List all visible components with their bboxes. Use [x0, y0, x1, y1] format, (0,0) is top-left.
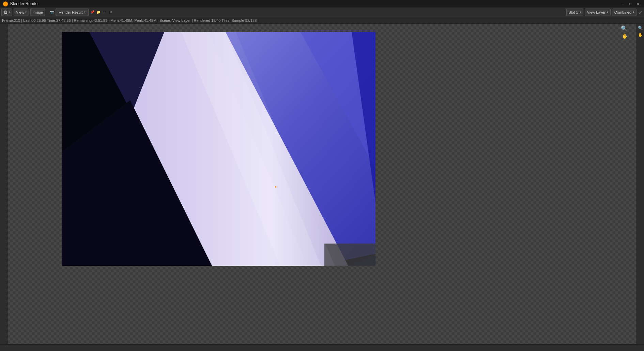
toolbar: 🖼 ▾ View ▾ Image 📷 Render Result ▾ 📌 📁 ☰… [0, 8, 644, 17]
editor-type-button[interactable]: 🖼 ▾ [1, 9, 12, 16]
left-panel [0, 24, 7, 351]
canvas-area[interactable]: 🔍 ✋ [7, 24, 637, 351]
view-chevron: ▾ [25, 11, 27, 14]
minimize-button[interactable]: ─ [619, 1, 626, 6]
render-canvas [62, 32, 375, 266]
maximize-button[interactable]: □ [627, 1, 634, 6]
titlebar: 🟠 Blender Render ─ □ ✕ [0, 0, 644, 8]
view-menu-button[interactable]: View ▾ [14, 9, 29, 16]
search-icon[interactable]: 🔍 [621, 26, 628, 31]
slot-chevron: ▾ [580, 11, 581, 14]
render-type-icon: 📷 [49, 10, 54, 15]
render-image [62, 32, 375, 266]
view-layer-label: View Layer [587, 10, 605, 14]
titlebar-title: Blender Render [10, 1, 39, 6]
view-menu-label: View [16, 10, 24, 14]
close-button[interactable]: ✕ [634, 1, 641, 6]
view-layer-chevron: ▾ [607, 11, 608, 14]
status-text: Frame:210 | Last:00:25.95 Time:37:43.56 … [2, 18, 257, 23]
toolbar-center: 📷 Render Result ▾ 📌 📁 ☰ ✕ [49, 9, 113, 16]
combined-dropdown[interactable]: Combined ▾ [612, 9, 637, 16]
right-panel: 🔍 ✋ [637, 24, 644, 351]
render-result-label: Render Result [59, 10, 82, 14]
close-render-icon[interactable]: ✕ [108, 10, 113, 15]
image-menu-button[interactable]: Image [30, 9, 46, 16]
hand-tool-icon[interactable]: ✋ [622, 33, 628, 39]
search-icon-container[interactable]: 🔍 [621, 25, 628, 32]
render-result-chevron: ▾ [84, 11, 86, 14]
bottom-strip [0, 344, 644, 351]
right-panel-hand-icon[interactable]: ✋ [638, 32, 643, 38]
slot-label: Slot 1 [569, 10, 578, 14]
titlebar-left: 🟠 Blender Render [3, 1, 39, 6]
view-layer-dropdown[interactable]: View Layer ▾ [585, 9, 611, 16]
blender-icon: 🟠 [3, 1, 8, 6]
image-menu-label: Image [33, 10, 43, 14]
image-editor-icon: 🖼 [4, 10, 7, 14]
hand-icon: ✋ [622, 33, 628, 39]
statusbar: Frame:210 | Last:00:25.95 Time:37:43.56 … [0, 17, 644, 24]
render-result-dropdown[interactable]: Render Result ▾ [56, 9, 88, 16]
combined-label: Combined [614, 10, 631, 14]
titlebar-controls: ─ □ ✕ [619, 1, 641, 6]
slot-dropdown[interactable]: Slot 1 ▾ [566, 9, 583, 16]
menu-icon[interactable]: ☰ [102, 10, 107, 15]
editor-type-chevron: ▾ [9, 11, 10, 14]
combined-chevron: ▾ [633, 11, 634, 14]
pin-icon[interactable]: 📌 [90, 10, 95, 15]
expand-icon[interactable]: ⤢ [638, 10, 643, 15]
main-area: 🔍 ✋ 🔍 ✋ [0, 24, 644, 351]
toolbar-right: Slot 1 ▾ View Layer ▾ Combined ▾ ⤢ [566, 9, 643, 16]
folder-icon[interactable]: 📁 [96, 10, 101, 15]
right-panel-search-icon[interactable]: 🔍 [638, 25, 643, 31]
